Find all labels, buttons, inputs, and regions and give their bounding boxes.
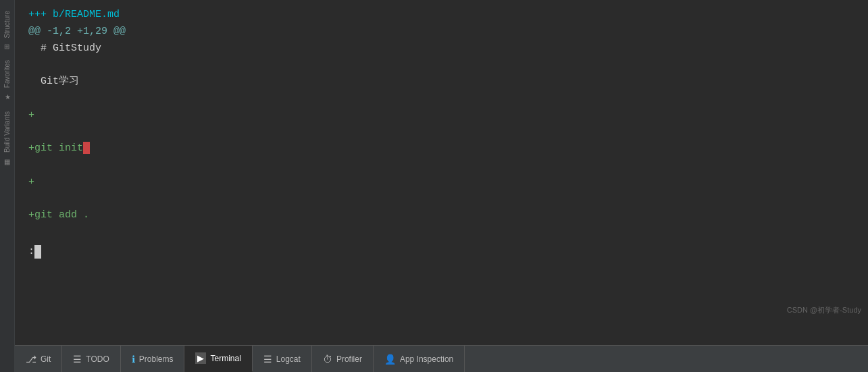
text-cursor [83,142,90,154]
watermark: CSDN @初学者-Study [787,305,861,315]
vi-command-line[interactable]: : [28,241,854,261]
bottom-toolbar: ⎇ Git ☰ TODO ℹ Problems ▶ Terminal ☰ Log… [15,345,868,372]
tab-problems[interactable]: ℹ Problems [121,346,185,372]
sidebar: ⊞ Structure ★ Favorites ▦ Build Variants [0,0,15,372]
tab-app-inspection-label: App Inspection [400,354,453,364]
code-line: # GitStudy [28,41,854,57]
code-line [28,157,854,174]
code-line-git-add: +git add . [28,207,854,224]
tab-git-label: Git [41,354,51,364]
tab-profiler-label: Profiler [336,354,362,364]
tab-terminal-label: Terminal [210,354,240,363]
code-content: +++ b/README.md @@ -1,2 +1,29 @@ # GitSt… [15,7,868,260]
sidebar-item-label: Build Variants [3,111,11,153]
todo-icon: ☰ [73,354,82,365]
tab-todo[interactable]: ☰ TODO [62,346,120,372]
tab-problems-label: Problems [139,354,174,364]
sidebar-item-build-variants[interactable]: ▦ Build Variants [2,106,12,171]
tab-profiler[interactable]: ⏱ Profiler [312,346,374,372]
build-variants-icon: ▦ [3,158,11,165]
sidebar-item-structure[interactable]: ⊞ Structure [2,5,12,55]
code-line-git-study-cn: Git学习 [28,74,854,90]
code-line-added-plus2: + [28,174,854,191]
tab-logcat-label: Logcat [276,354,301,364]
tab-git[interactable]: ⎇ Git [15,346,62,372]
code-line-added-plus: + [28,107,854,124]
code-line [28,57,854,74]
favorites-icon: ★ [3,93,11,101]
code-line-git-init: +git init [28,140,854,157]
tab-terminal[interactable]: ▶ Terminal [184,346,252,372]
logcat-icon: ☰ [263,354,272,365]
sidebar-item-label: Favorites [3,60,11,88]
code-line [28,90,854,107]
code-line [28,124,854,140]
vi-cursor [34,245,41,259]
code-line [28,190,854,207]
problems-icon: ℹ [132,354,135,365]
structure-icon: ⊞ [3,44,11,49]
main-area: +++ b/README.md @@ -1,2 +1,29 @@ # GitSt… [15,0,868,372]
diff-header-line: +++ b/README.md [28,7,854,24]
hunk-header-line: @@ -1,2 +1,29 @@ [28,24,854,41]
app-inspection-icon: 👤 [384,354,396,365]
terminal-icon: ▶ [195,352,206,364]
tab-todo-label: TODO [86,354,109,364]
editor-area[interactable]: +++ b/README.md @@ -1,2 +1,29 @@ # GitSt… [15,0,868,345]
git-icon: ⎇ [26,354,36,365]
sidebar-item-favorites[interactable]: ★ Favorites [2,55,12,106]
sidebar-item-label: Structure [3,11,11,38]
tab-logcat[interactable]: ☰ Logcat [253,346,312,372]
profiler-icon: ⏱ [323,354,332,365]
code-line [28,224,854,241]
tab-app-inspection[interactable]: 👤 App Inspection [374,346,465,372]
